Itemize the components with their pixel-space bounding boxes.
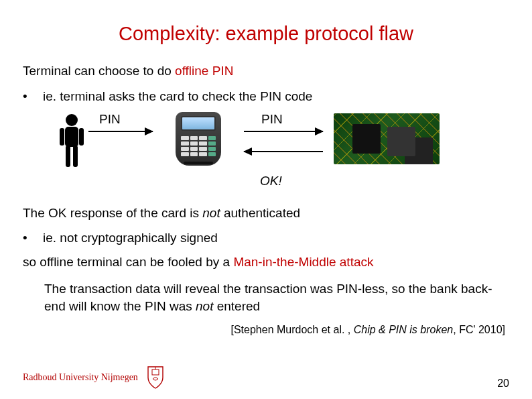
svg-rect-3 — [79, 128, 84, 146]
text: The transaction data will reveal the tra… — [44, 282, 492, 313]
svg-rect-5 — [73, 146, 78, 167]
bullet-2: • ie. not cryptographically signed — [23, 231, 509, 245]
person-icon — [58, 113, 86, 172]
citation-c: , FC' 2010] — [453, 324, 505, 335]
text: entered — [213, 299, 260, 313]
svg-rect-1 — [65, 127, 78, 147]
text: The OK response of the card is — [23, 206, 202, 220]
mitm-line: so offline terminal can be fooled by a M… — [23, 253, 509, 271]
bullet-text: ie. terminal asks the card to check the … — [43, 89, 312, 104]
bullet-1: • ie. terminal asks the card to check th… — [23, 89, 509, 104]
university-branding: Radboud University Nijmegen — [23, 365, 165, 390]
university-shield-icon — [146, 365, 165, 390]
bullet-dot: • — [23, 231, 43, 245]
university-name: Radboud University Nijmegen — [23, 372, 138, 383]
text: Terminal can choose to do — [23, 64, 175, 78]
mitm-text: Man-in-the-Middle attack — [233, 255, 373, 269]
pin-label-a: PIN — [99, 112, 121, 127]
intro-line: Terminal can choose to do offline PIN — [23, 62, 509, 80]
pin-label-b: PIN — [261, 112, 283, 127]
citation: [Stephen Murdoch et al. , Chip & PIN is … — [23, 324, 509, 336]
offline-pin-text: offline PIN — [175, 64, 233, 78]
slide: Complexity: example protocol flaw Termin… — [0, 0, 532, 399]
text: so offline terminal can be fooled by a — [23, 255, 233, 269]
footer: Radboud University Nijmegen 20 — [23, 365, 509, 390]
card-pcb-icon — [334, 113, 440, 164]
not-text: not — [196, 299, 213, 313]
arrow-card-to-terminal — [244, 151, 323, 152]
not-text: not — [202, 206, 220, 220]
arrow-person-to-terminal — [88, 131, 153, 132]
svg-rect-6 — [152, 369, 159, 375]
bullet-text: ie. not cryptographically signed — [43, 231, 218, 245]
protocol-diagram: PIN PIN OK! — [58, 112, 509, 198]
bullet-dot: • — [23, 89, 43, 104]
auth-line: The OK response of the card is not authe… — [23, 205, 509, 222]
svg-rect-4 — [66, 146, 70, 167]
citation-title: Chip & PIN is broken — [354, 324, 454, 335]
ok-label: OK! — [260, 174, 282, 188]
arrow-terminal-to-card — [244, 131, 323, 132]
page-number: 20 — [497, 378, 509, 390]
citation-a: [Stephen Murdoch et al. , — [231, 324, 354, 335]
svg-point-0 — [66, 114, 78, 126]
transaction-line: The transaction data will reveal the tra… — [44, 280, 509, 315]
text: authenticated — [220, 206, 300, 220]
slide-title: Complexity: example protocol flaw — [23, 23, 509, 45]
pos-terminal-icon — [163, 112, 233, 167]
svg-rect-2 — [60, 128, 64, 146]
